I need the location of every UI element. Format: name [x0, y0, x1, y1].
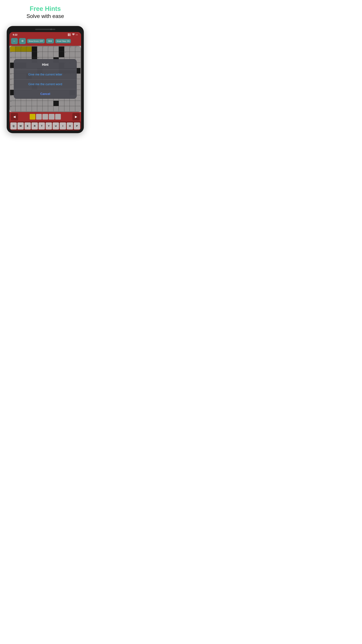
letter-cell-3 — [42, 114, 48, 120]
hint-dialog: Hint Give me the current letter Give me … — [14, 59, 77, 99]
hint-option-letter[interactable]: Give me the current letter — [14, 70, 77, 79]
signal-icon: ▌▌ — [68, 33, 71, 36]
key-p[interactable]: P — [74, 122, 80, 130]
key-w[interactable]: W — [17, 122, 24, 130]
device-notch — [35, 29, 55, 30]
toolbar: ← ⚙ Show Errors: OFF Hint Smart Step: ON — [9, 37, 81, 46]
status-time: 9:22 — [13, 33, 17, 36]
hint-overlay: Hint Give me the current letter Give me … — [9, 46, 81, 112]
keyboard-row: Q W E R T Y U I O P — [9, 122, 81, 130]
bottom-bar: ◀ ▶ — [9, 112, 81, 122]
key-q[interactable]: Q — [10, 122, 17, 130]
key-i[interactable]: I — [60, 122, 66, 130]
header-section: Free Hints Solve with ease — [23, 0, 67, 23]
app-title: Free Hints — [26, 5, 64, 12]
hint-cancel-button[interactable]: Cancel — [14, 89, 77, 99]
app-subtitle: Solve with ease — [26, 13, 64, 19]
crossword-area: 1 2 3 4 5 6 7 8 9 10 11 12 13 — [9, 46, 81, 112]
nav-right-button[interactable]: ▶ — [72, 113, 80, 120]
hint-button[interactable]: Hint — [46, 38, 54, 44]
status-icons: ▌▌ ▭ — [68, 33, 78, 36]
key-e[interactable]: E — [24, 122, 31, 130]
key-y[interactable]: Y — [45, 122, 52, 130]
letter-cell-2 — [36, 114, 42, 120]
letter-cell-4 — [49, 114, 54, 120]
status-bar: 9:22 ▌▌ ▭ — [9, 32, 81, 37]
battery-icon: ▭ — [76, 33, 78, 36]
app-screen: 9:22 ▌▌ ▭ ← ⚙ Show Errors: OFF Hint Smar… — [9, 32, 81, 131]
nav-left-button[interactable]: ◀ — [11, 113, 18, 120]
device-frame: 9:22 ▌▌ ▭ ← ⚙ Show Errors: OFF Hint Smar… — [7, 26, 84, 133]
wifi-icon — [72, 33, 75, 36]
smart-step-button[interactable]: Smart Step: ON — [55, 39, 71, 43]
key-t[interactable]: T — [38, 122, 45, 130]
letter-cell-5 — [55, 114, 61, 120]
letter-cell-1 — [30, 114, 35, 120]
key-r[interactable]: R — [31, 122, 38, 130]
key-o[interactable]: O — [67, 122, 73, 130]
settings-button[interactable]: ⚙ — [19, 38, 26, 44]
hint-option-word[interactable]: Give me the current word — [14, 80, 77, 89]
key-u[interactable]: U — [53, 122, 59, 130]
back-button[interactable]: ← — [11, 38, 18, 44]
show-errors-button[interactable]: Show Errors: OFF — [27, 39, 45, 43]
hint-dialog-title: Hint — [14, 59, 77, 70]
letter-cells — [30, 114, 61, 120]
